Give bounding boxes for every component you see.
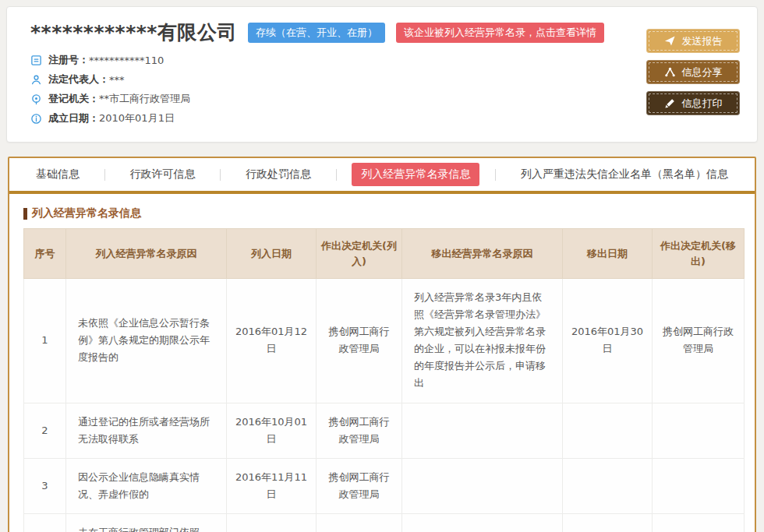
cell-seq: 1 [24, 279, 66, 403]
cell-enter-date: 2016年11月11日 [227, 458, 317, 513]
abnormal-warning-badge[interactable]: 该企业被列入经营异常名录，点击查看详情 [396, 23, 604, 43]
table-row: 3 因公示企业信息隐瞒真实情况、弄虚作假的 2016年11月11日 携创网工商行… [24, 458, 745, 513]
info-value: *** [109, 74, 125, 86]
share-nodes-icon [664, 66, 676, 78]
cell-remove-date [563, 513, 653, 532]
column-header: 列入经营异常名录原因 [66, 229, 227, 279]
cell-remove-authority [653, 513, 745, 532]
section-title-text: 列入经营异常名录信息 [32, 206, 141, 220]
paper-plane-icon [664, 35, 676, 47]
cell-enter-authority: 携创网工商行政管理局 [317, 403, 402, 458]
abnormal-list-table: 序号 列入经营异常名录原因 列入日期 作出决定机关(列入) 移出经营异常名录原因… [23, 228, 745, 532]
cell-seq: 3 [24, 458, 66, 513]
info-value: 2010年01月1日 [99, 111, 175, 125]
company-info-block: ************有限公司 存续（在营、开业、在册） 该企业被列入经营异常… [30, 19, 646, 131]
info-label: 成立日期： [48, 111, 99, 125]
cell-remove-reason [402, 403, 563, 458]
tab-blacklist[interactable]: 列入严重违法失信企业名单（黑名单）信息 [511, 163, 737, 186]
establish-date-row: 成立日期： 2010年01月1日 [30, 111, 646, 125]
cell-enter-reason: 因公示企业信息隐瞒真实情况、弄虚作假的 [66, 458, 227, 513]
info-value: ***********110 [89, 55, 164, 66]
cell-remove-reason [402, 458, 563, 513]
table-row: 1 未依照《企业信息公示暂行条例》第八条规定的期限公示年度报告的 2016年01… [24, 279, 745, 403]
info-value: **市工商行政管理局 [99, 92, 190, 106]
company-name: ************有限公司 [30, 19, 237, 45]
tab-content: 列入经营异常名录信息 序号 列入经营异常名录原因 列入日期 作出决定机关(列入)… [9, 194, 755, 532]
cell-remove-reason [402, 513, 563, 532]
tab-divider [220, 169, 221, 181]
tab-divider [336, 169, 337, 181]
cell-enter-authority: 携创网工商行政管理局 [317, 513, 402, 532]
tab-admin-penalty[interactable]: 行政处罚信息 [236, 163, 320, 186]
column-header: 作出决定机关(列入) [317, 229, 402, 279]
cell-enter-date: 2016年10月01日 [227, 403, 317, 458]
action-label: 发送报告 [682, 34, 723, 48]
pencil-icon [664, 97, 676, 109]
column-header: 移出日期 [563, 229, 653, 279]
info-label: 注册号： [48, 53, 89, 67]
send-report-button[interactable]: 发送报告 [646, 29, 740, 53]
cell-enter-date: 2017年01月01日 [227, 513, 317, 532]
legal-representative-row: 法定代表人： *** [30, 72, 646, 86]
tab-admin-license[interactable]: 行政许可信息 [120, 163, 204, 186]
cell-remove-date [563, 403, 653, 458]
column-header: 列入日期 [227, 229, 317, 279]
cell-enter-authority: 携创网工商行政管理局 [317, 279, 402, 403]
cell-enter-reason: 未在工商行政管理部门依照《企业信息公示暂行条例》第十条规定责令的期限内公示有关企… [66, 513, 227, 532]
info-label: 登记机关： [48, 92, 99, 106]
tab-bar: 基础信息 行政许可信息 行政处罚信息 列入经营异常名录信息 列入严重违法失信企业… [9, 158, 755, 194]
section-title-bar [23, 208, 27, 220]
detail-panel: 基础信息 行政许可信息 行政处罚信息 列入经营异常名录信息 列入严重违法失信企业… [8, 157, 756, 532]
cell-enter-reason: 未依照《企业信息公示暂行条例》第八条规定的期限公示年度报告的 [66, 279, 227, 403]
person-icon [30, 74, 42, 86]
cell-enter-authority: 携创网工商行政管理局 [317, 458, 402, 513]
registration-number-row: 注册号： ***********110 [30, 53, 646, 67]
action-label: 信息分享 [682, 65, 723, 79]
tab-divider [104, 169, 105, 181]
company-header-card: ************有限公司 存续（在营、开业、在册） 该企业被列入经营异常… [6, 6, 758, 143]
certificate-icon [30, 55, 42, 66]
cell-seq: 2 [24, 403, 66, 458]
column-header: 序号 [24, 229, 66, 279]
cell-enter-date: 2016年01月12日 [227, 279, 317, 403]
column-header: 移出经营异常名录原因 [402, 229, 563, 279]
status-badge: 存续（在营、开业、在册） [248, 23, 385, 43]
table-row: 2 通过登记的住所或者经营场所无法取得联系 2016年10月01日 携创网工商行… [24, 403, 745, 458]
company-detail-list: 注册号： ***********110 法定代表人： *** 登记机关： **市… [30, 53, 646, 125]
table-header-row: 序号 列入经营异常名录原因 列入日期 作出决定机关(列入) 移出经营异常名录原因… [24, 229, 745, 279]
action-label: 信息打印 [682, 97, 723, 111]
section-title: 列入经营异常名录信息 [23, 206, 741, 220]
info-label: 法定代表人： [48, 72, 109, 86]
cell-remove-authority [653, 403, 745, 458]
cell-enter-reason: 通过登记的住所或者经营场所无法取得联系 [66, 403, 227, 458]
column-header: 作出决定机关(移出) [653, 229, 745, 279]
share-info-button[interactable]: 信息分享 [646, 60, 740, 84]
cell-seq: 4 [24, 513, 66, 532]
tab-basic-info[interactable]: 基础信息 [27, 163, 89, 186]
location-icon [30, 93, 42, 105]
cell-remove-authority: 携创网工商行政管理局 [653, 279, 745, 403]
info-icon [30, 113, 42, 125]
action-button-column: 发送报告 信息分享 信息打印 [646, 19, 740, 131]
print-info-button[interactable]: 信息打印 [646, 91, 740, 115]
tab-abnormal-list[interactable]: 列入经营异常名录信息 [352, 163, 479, 186]
cell-remove-reason: 列入经营异常名录3年内且依照《经营异常名录管理办法》第六规定被列入经营异常名录的… [402, 279, 563, 403]
cell-remove-date [563, 458, 653, 513]
cell-remove-authority [653, 458, 745, 513]
table-row: 4 未在工商行政管理部门依照《企业信息公示暂行条例》第十条规定责令的期限内公示有… [24, 513, 745, 532]
cell-remove-date: 2016年01月30日 [563, 279, 653, 403]
tab-divider [495, 169, 496, 181]
registration-authority-row: 登记机关： **市工商行政管理局 [30, 92, 646, 106]
